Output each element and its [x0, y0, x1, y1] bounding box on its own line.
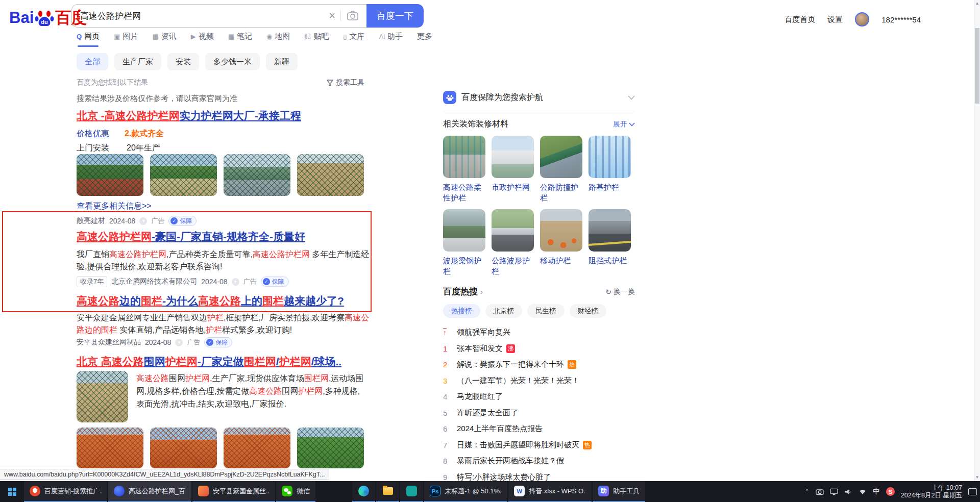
filter-chip-xinjiang[interactable]: 新疆 [266, 53, 298, 70]
filter-chip-price-per-meter[interactable]: 多少钱一米 [205, 53, 260, 70]
hot-search-item[interactable]: 4马龙眼眶红了 [443, 389, 635, 405]
related-material-card[interactable]: 移动护栏 [540, 209, 582, 277]
clear-search-icon[interactable]: × [324, 9, 340, 22]
search-button[interactable]: 百度一下 [366, 4, 424, 28]
scrollbar-thumb[interactable] [975, 28, 979, 104]
result-title[interactable]: 北京 -高速公路护栏网实力护栏网大厂-承接工程 [77, 109, 301, 123]
volume-icon[interactable] [844, 488, 852, 495]
ad-company[interactable]: 北京企腾网络技术有限公司 [111, 277, 197, 286]
filter-chip-install[interactable]: 安装 [167, 53, 199, 70]
ad-title[interactable]: 高速公路护栏网-豪国-厂家直销-规格齐全-质量好 [77, 230, 305, 244]
tab-notes[interactable]: ▦笔记 [228, 32, 252, 47]
hot-tab-beijing[interactable]: 北京榜 [485, 304, 523, 318]
taskbar-app-wechat-window[interactable]: 微信 [276, 481, 315, 502]
price-link[interactable]: 价格优惠 [77, 129, 109, 139]
tab-tieba[interactable]: 贴贴吧 [304, 32, 329, 47]
camera-icon[interactable] [816, 488, 824, 495]
hot-search-item[interactable]: 2解说：樊振东下一把得来个十环热 [443, 357, 635, 373]
hot-search-item[interactable]: 62024上半年百度热点报告 [443, 421, 635, 437]
taskbar-app-fence-search-window[interactable]: 高速公路护栏网_百... [108, 481, 191, 502]
hot-search-item[interactable]: 3（八一建军节）光荣！光荣！光荣！ [443, 373, 635, 389]
taskbar-app-anping-site-window[interactable]: 安平县豪国金属丝.. [192, 481, 275, 502]
settings-link[interactable]: 设置 [827, 15, 843, 24]
chevron-down-icon[interactable] [628, 93, 635, 102]
start-button[interactable] [0, 481, 24, 502]
related-material-card[interactable]: 阻挡式护栏 [589, 209, 631, 277]
tab-more[interactable]: 更多 [417, 32, 432, 47]
taskbar-app-assistant-tools-window[interactable]: 助助手工具 [593, 481, 645, 502]
result-thumbnail[interactable] [77, 371, 128, 422]
scroll-up-icon[interactable]: ▲ [974, 0, 980, 7]
hot-tab-hot[interactable]: 热搜榜 [443, 304, 480, 318]
related-material-card[interactable]: 公路波形护栏 [492, 209, 534, 277]
taskbar-app-baidu-marketing-window[interactable]: 百度营销-搜索推广… [24, 481, 107, 502]
hot-search-item[interactable]: 8暴雨后家长开两栖战车接娃？假 [443, 453, 635, 469]
result-title[interactable]: 北京 高速公路围网护栏网-厂家定做围栏网/护栏网/球场.. [77, 355, 341, 369]
result-thumbnail[interactable] [150, 154, 217, 196]
related-material-card[interactable]: 市政护栏网 [492, 136, 534, 203]
tab-assistant[interactable]: Ai助手 [379, 32, 403, 47]
result-title[interactable]: 高速公路边的围栏-为什么高速公路上的围栏越来越少了? [77, 294, 344, 308]
tab-news[interactable]: ▤资讯 [152, 32, 176, 47]
search-input[interactable] [80, 11, 324, 21]
result-thumbnail[interactable] [150, 428, 217, 468]
tab-wenku[interactable]: ▯文库 [343, 32, 364, 47]
tab-web[interactable]: Q网页 [77, 32, 100, 47]
result-sublinks: 价格优惠 2.款式齐全 [77, 129, 164, 139]
baidu-home-link[interactable]: 百度首页 [785, 15, 815, 24]
guarantee-badge[interactable]: ✓保障 [168, 216, 197, 226]
result-thumbnail[interactable] [77, 428, 143, 468]
search-tools-button[interactable]: 搜索工具 [327, 78, 364, 87]
hot-search-item[interactable]: 5许昕还是太全面了 [443, 405, 635, 421]
taskbar-app-photoshop-window[interactable]: Ps未标题-1 @ 50.1%... [424, 481, 507, 502]
camera-search-icon[interactable] [341, 11, 360, 21]
feedback-chevron-icon[interactable]: ▾ [232, 278, 239, 286]
network-icon[interactable] [859, 488, 867, 495]
related-material-card[interactable]: 高速公路柔性护栏 [443, 136, 485, 203]
refresh-button[interactable]: ↻换一换 [605, 287, 635, 296]
hot-search-item[interactable]: 1张本智和发文沸 [443, 341, 635, 357]
feedback-chevron-icon[interactable]: ▾ [139, 217, 147, 225]
result-thumbnail[interactable] [77, 154, 143, 196]
hot-tab-finance[interactable]: 财经榜 [570, 304, 607, 318]
tab-video[interactable]: ▶视频 [191, 32, 214, 47]
hot-tab-livelihood[interactable]: 民生榜 [527, 304, 565, 318]
expand-button[interactable]: 展开 [613, 120, 635, 129]
ad-source[interactable]: 敞亮建材 [77, 216, 105, 225]
action-center-icon[interactable] [968, 488, 977, 495]
scroll-down-icon[interactable]: ▼ [974, 474, 980, 481]
result-thumbnail[interactable] [297, 428, 364, 468]
display-icon[interactable] [830, 488, 838, 495]
result-thumbnail[interactable] [224, 154, 290, 196]
tab-maps[interactable]: ◉地图 [266, 32, 290, 47]
taskbar-app-wps-window[interactable]: W抖音.xlsx - WPS O... [508, 481, 592, 502]
hot-search-item[interactable]: ↑领航强军向复兴 [443, 324, 635, 341]
filter-chip-all[interactable]: 全部 [77, 53, 108, 70]
page-scrollbar[interactable]: ▲ ▼ [974, 0, 980, 481]
result-thumbnail[interactable] [224, 428, 290, 468]
see-more-link[interactable]: 查看更多相关信息>> [77, 201, 152, 212]
taskbar-icon-button[interactable] [352, 481, 375, 502]
feedback-chevron-icon[interactable]: ▾ [175, 339, 183, 346]
result-thumbnail[interactable] [297, 154, 364, 196]
result-source[interactable]: 安平县众建丝网制品 [77, 338, 141, 347]
taskbar-clock[interactable]: 上午 10:07 2024年8月2日 星期五 [901, 484, 962, 499]
taskbar-icon-button[interactable] [376, 481, 399, 502]
related-material-card[interactable]: 路基护栏 [589, 136, 631, 203]
account-number[interactable]: 182******54 [881, 15, 921, 24]
guarantee-badge[interactable]: ✓保障 [204, 337, 232, 347]
related-material-card[interactable]: 公路防撞护栏 [540, 136, 582, 203]
baidu-guarantee-banner[interactable]: 百度保障为您搜索护航 [443, 91, 635, 111]
filter-chip-manufacturer[interactable]: 生产厂家 [114, 53, 161, 70]
taskbar-icon-button[interactable] [400, 481, 423, 502]
hot-search-item[interactable]: 7日媒：击败国乒愿望即将胜利时破灭热 [443, 437, 635, 454]
sogou-input-icon[interactable]: S [886, 487, 895, 496]
related-material-card[interactable]: 波形梁钢护栏 [443, 209, 485, 277]
tab-label: 笔记 [237, 32, 252, 41]
guarantee-badge[interactable]: ✓保障 [261, 277, 289, 287]
hot-search-title[interactable]: 百度热搜› [443, 286, 483, 297]
chevron-up-icon[interactable]: ⌃ [805, 488, 810, 495]
tab-images[interactable]: ▣图片 [114, 32, 138, 47]
ime-language-indicator[interactable]: 中 [873, 487, 880, 496]
avatar[interactable] [855, 12, 869, 27]
